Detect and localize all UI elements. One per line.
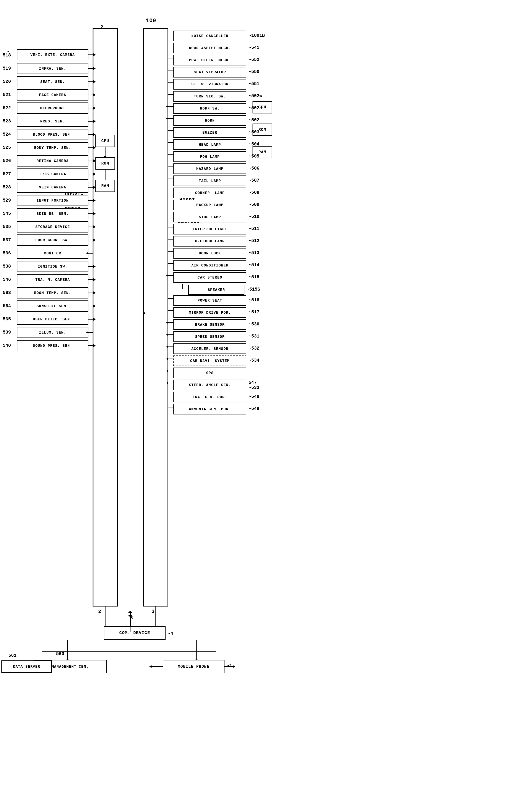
left-section-bottom-line: [105, 607, 106, 626]
brake-sensor-box: BRAKE SENSOR: [173, 319, 246, 330]
ref-503: ~503: [249, 130, 259, 135]
ref-1001b-tilde: ~1001B: [249, 33, 265, 38]
bottom-spread-line: [42, 651, 216, 652]
ref-512: ~512: [249, 238, 259, 243]
arr-520: [89, 81, 93, 82]
speed-sensor-box: SPEED SENSOR: [173, 331, 246, 342]
ref-564: 564: [3, 303, 11, 309]
interior-light-box: INTERIOR LIGHT: [173, 224, 246, 235]
ref-502a: ~502a: [249, 106, 262, 111]
arr-546: [89, 279, 93, 280]
arr-507: [168, 179, 173, 179]
retina-camera-box: RETINA CAMERA: [17, 155, 89, 167]
mgmt-vert-line: [67, 639, 68, 651]
arr-534: [168, 358, 173, 359]
input-portion-box: INPUT PORTION: [17, 195, 89, 206]
pres-sen-box: PRES. SEN.: [17, 116, 89, 127]
arr-510: [168, 215, 173, 215]
ref-515s: ~515S: [247, 287, 260, 292]
ref-563: 563: [3, 290, 11, 295]
left-ram-box: RAM: [95, 180, 115, 192]
arr-521: [89, 95, 93, 95]
arr-508: [168, 191, 173, 191]
ref-518-tilde: ~: [7, 50, 9, 54]
ref-525: 525: [3, 145, 11, 150]
ref-502w: ~502w: [249, 93, 262, 98]
arr-512: [168, 239, 173, 240]
ref-536: 536: [3, 251, 11, 256]
ref-535: 535: [3, 224, 11, 229]
car-navi-system-box: CAR NAVI. SYSTEM: [173, 355, 246, 366]
user-detec-sen-box: USER DETEC. SEN.: [17, 314, 89, 325]
infra-sen-box: INFRA. SEN.: [17, 63, 89, 74]
ref-100: 100: [146, 17, 156, 24]
ref-533: ~533: [249, 385, 259, 390]
ignition-sw-box: IGNITION SW.: [17, 261, 89, 272]
iris-camera-box: IRIS CAMERA: [17, 168, 89, 180]
left-cpu-box: CPU: [95, 135, 115, 147]
vein-camera-box: VEIN CAMERA: [17, 182, 89, 193]
ref-515: ~515: [249, 275, 259, 280]
arr-502: [168, 118, 173, 119]
left-rom-box: ROM: [95, 157, 115, 170]
door-cour-sw-box: DOOR COUR. SW.: [17, 235, 89, 246]
ref-513: ~513: [249, 250, 259, 256]
seat-sen-box: SEAT. SEN.: [17, 76, 89, 87]
corner-lamp-box: CORNER. LAMP: [173, 188, 246, 198]
com-device-box: COM. DEVICE: [104, 626, 166, 639]
ref-540: 540: [3, 343, 11, 348]
ref-3: 3: [152, 609, 155, 614]
ref-506: ~506: [249, 166, 259, 171]
ref-548: ~548: [249, 394, 259, 399]
ref-511: ~511: [249, 226, 259, 231]
ref-539: 539: [3, 330, 11, 335]
arr-506: [168, 167, 173, 167]
arr-511: [168, 227, 173, 227]
arr-528: [89, 187, 93, 188]
ref-546: 546: [3, 277, 11, 282]
arr-529: [89, 200, 93, 201]
arr-538: [89, 266, 93, 267]
vehi-exte-camera-box: VEHI. EXTE. CAMERA: [17, 49, 89, 60]
ref-541: ~541: [249, 45, 259, 50]
arr-522: [89, 108, 93, 108]
ref-538: 538: [3, 264, 11, 269]
ref-520: 520: [3, 79, 11, 84]
left-rom-ram-line: [105, 170, 106, 180]
stop-lamp-box: STOP LAMP: [173, 212, 246, 222]
arr-552: [168, 58, 173, 58]
com-up-line: [130, 626, 131, 632]
steer-angle-sen-box: STEER. ANGLE SEN.: [173, 379, 246, 390]
noise-canceller-box: NOISE CANCELLER: [173, 31, 246, 41]
arr-535: [89, 227, 93, 227]
right-section-bottom-line: [155, 607, 156, 626]
st-w-vibrator-box: ST. W. VIBRATOR: [173, 79, 246, 90]
ref-524: 524: [3, 132, 11, 137]
ref-509: ~509: [249, 202, 259, 207]
storage-device-box: STORAGE DEVICE: [17, 221, 89, 233]
ref-527: 527: [3, 171, 11, 177]
mobile-down-line: [196, 651, 197, 660]
ref-526: 526: [3, 159, 11, 163]
ref-551: ~551: [249, 81, 259, 87]
arr-537: [89, 240, 93, 240]
ref-507: ~507: [249, 178, 259, 183]
mgmt-down-line: [67, 651, 68, 660]
door-lock-box: DOOR LOCK: [173, 248, 246, 259]
ref-517: ~517: [249, 310, 259, 315]
ref-534: ~534: [249, 358, 259, 363]
arr-509: [168, 203, 173, 203]
tra-m-camera-box: TRA. M. CAMERA: [17, 274, 89, 285]
arr-503: [168, 130, 173, 131]
diagram: 100 HOSPI-TALITYDETER-MINA-TIONSECTION H…: [0, 0, 532, 798]
air-conditioner-box: AIR CONDITIONER: [173, 260, 246, 271]
ref-545: 545: [3, 211, 11, 216]
fra-gen-por-box: FRA. GEN. POR.: [173, 392, 246, 402]
arr-532: [168, 347, 173, 347]
ref-561: 561: [8, 653, 17, 658]
ref-519: 519: [3, 66, 11, 71]
body-temp-sen-box: BODY TEMP. SEN.: [17, 142, 89, 153]
backup-lamp-box: BACKUP LAMP: [173, 200, 246, 210]
power-seat-box: POWER SEAT: [173, 295, 246, 306]
ref-504: ~504: [249, 142, 259, 147]
